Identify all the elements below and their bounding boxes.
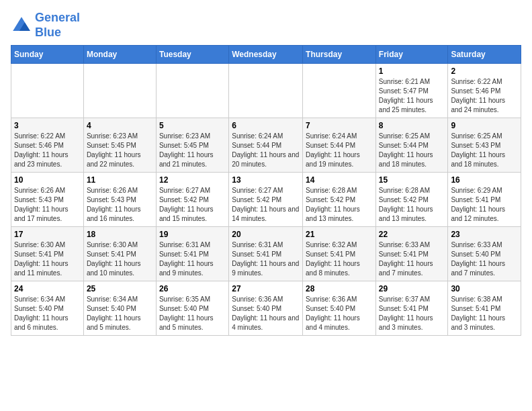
week-row-5: 24Sunrise: 6:34 AM Sunset: 5:40 PM Dayli…	[11, 281, 521, 336]
calendar-cell: 12Sunrise: 6:27 AM Sunset: 5:42 PM Dayli…	[156, 173, 228, 227]
day-info: Sunrise: 6:37 AM Sunset: 5:41 PM Dayligh…	[379, 295, 445, 332]
day-info: Sunrise: 6:33 AM Sunset: 5:40 PM Dayligh…	[451, 240, 518, 278]
calendar-cell: 18Sunrise: 6:30 AM Sunset: 5:41 PM Dayli…	[83, 227, 156, 281]
day-info: Sunrise: 6:23 AM Sunset: 5:45 PM Dayligh…	[87, 132, 153, 169]
day-number: 8	[379, 121, 445, 130]
calendar-cell: 30Sunrise: 6:38 AM Sunset: 5:41 PM Dayli…	[448, 281, 521, 336]
calendar-header-row: SundayMondayTuesdayWednesdayThursdayFrid…	[11, 46, 521, 64]
calendar-cell: 1Sunrise: 6:21 AM Sunset: 5:47 PM Daylig…	[375, 64, 448, 118]
day-number: 30	[451, 284, 518, 293]
calendar-cell: 29Sunrise: 6:37 AM Sunset: 5:41 PM Dayli…	[375, 281, 448, 336]
calendar-cell: 21Sunrise: 6:32 AM Sunset: 5:41 PM Dayli…	[303, 227, 376, 281]
calendar-cell: 23Sunrise: 6:33 AM Sunset: 5:40 PM Dayli…	[448, 227, 521, 281]
calendar-cell: 20Sunrise: 6:31 AM Sunset: 5:41 PM Dayli…	[229, 227, 303, 281]
calendar-cell: 24Sunrise: 6:34 AM Sunset: 5:40 PM Dayli…	[11, 281, 84, 336]
day-info: Sunrise: 6:26 AM Sunset: 5:43 PM Dayligh…	[87, 186, 153, 224]
day-number: 6	[232, 121, 300, 130]
day-info: Sunrise: 6:27 AM Sunset: 5:42 PM Dayligh…	[232, 186, 300, 224]
day-number: 1	[379, 66, 445, 76]
day-info: Sunrise: 6:25 AM Sunset: 5:44 PM Dayligh…	[379, 132, 445, 169]
day-info: Sunrise: 6:31 AM Sunset: 5:41 PM Dayligh…	[159, 240, 226, 278]
day-number: 25	[87, 284, 153, 293]
day-info: Sunrise: 6:24 AM Sunset: 5:44 PM Dayligh…	[306, 132, 373, 169]
calendar-cell: 10Sunrise: 6:26 AM Sunset: 5:43 PM Dayli…	[11, 173, 84, 227]
calendar-cell: 4Sunrise: 6:23 AM Sunset: 5:45 PM Daylig…	[83, 118, 156, 173]
day-number: 7	[306, 121, 373, 130]
day-number: 23	[451, 230, 518, 239]
day-info: Sunrise: 6:26 AM Sunset: 5:43 PM Dayligh…	[14, 186, 81, 224]
logo: General Blue	[11, 11, 80, 40]
day-number: 20	[232, 230, 300, 239]
calendar-cell	[303, 64, 376, 118]
calendar-cell: 26Sunrise: 6:35 AM Sunset: 5:40 PM Dayli…	[156, 281, 228, 336]
day-number: 12	[159, 175, 226, 185]
day-header-thursday: Thursday	[303, 46, 376, 64]
day-number: 16	[451, 175, 518, 185]
day-number: 29	[379, 284, 445, 293]
day-info: Sunrise: 6:28 AM Sunset: 5:42 PM Dayligh…	[379, 186, 445, 224]
calendar-cell	[156, 64, 228, 118]
calendar-cell: 14Sunrise: 6:28 AM Sunset: 5:42 PM Dayli…	[303, 173, 376, 227]
day-header-friday: Friday	[375, 46, 448, 64]
day-number: 9	[451, 121, 518, 130]
day-number: 22	[379, 230, 445, 239]
day-header-saturday: Saturday	[448, 46, 521, 64]
logo-icon	[11, 15, 32, 36]
day-number: 3	[14, 121, 81, 130]
calendar-cell: 5Sunrise: 6:23 AM Sunset: 5:45 PM Daylig…	[156, 118, 228, 173]
calendar-cell: 13Sunrise: 6:27 AM Sunset: 5:42 PM Dayli…	[229, 173, 303, 227]
week-row-3: 10Sunrise: 6:26 AM Sunset: 5:43 PM Dayli…	[11, 173, 521, 227]
day-number: 11	[87, 175, 153, 185]
day-info: Sunrise: 6:30 AM Sunset: 5:41 PM Dayligh…	[87, 240, 153, 278]
day-number: 2	[451, 66, 518, 76]
day-info: Sunrise: 6:23 AM Sunset: 5:45 PM Dayligh…	[159, 132, 226, 169]
day-header-sunday: Sunday	[11, 46, 84, 64]
day-info: Sunrise: 6:24 AM Sunset: 5:44 PM Dayligh…	[232, 132, 300, 169]
day-header-tuesday: Tuesday	[156, 46, 228, 64]
day-info: Sunrise: 6:22 AM Sunset: 5:46 PM Dayligh…	[451, 77, 518, 115]
calendar-cell: 9Sunrise: 6:25 AM Sunset: 5:43 PM Daylig…	[448, 118, 521, 173]
day-info: Sunrise: 6:33 AM Sunset: 5:41 PM Dayligh…	[379, 240, 445, 278]
calendar-cell: 16Sunrise: 6:29 AM Sunset: 5:41 PM Dayli…	[448, 173, 521, 227]
day-header-monday: Monday	[83, 46, 156, 64]
calendar-cell: 15Sunrise: 6:28 AM Sunset: 5:42 PM Dayli…	[375, 173, 448, 227]
day-number: 10	[14, 175, 81, 185]
calendar-cell: 6Sunrise: 6:24 AM Sunset: 5:44 PM Daylig…	[229, 118, 303, 173]
day-number: 24	[14, 284, 81, 293]
calendar-cell: 2Sunrise: 6:22 AM Sunset: 5:46 PM Daylig…	[448, 64, 521, 118]
day-info: Sunrise: 6:31 AM Sunset: 5:41 PM Dayligh…	[232, 240, 300, 278]
day-info: Sunrise: 6:35 AM Sunset: 5:40 PM Dayligh…	[159, 295, 226, 332]
day-number: 18	[87, 230, 153, 239]
day-info: Sunrise: 6:25 AM Sunset: 5:43 PM Dayligh…	[451, 132, 518, 169]
calendar-body: 1Sunrise: 6:21 AM Sunset: 5:47 PM Daylig…	[11, 64, 521, 336]
calendar-cell: 17Sunrise: 6:30 AM Sunset: 5:41 PM Dayli…	[11, 227, 84, 281]
page-header: General Blue	[11, 11, 521, 40]
calendar-cell: 11Sunrise: 6:26 AM Sunset: 5:43 PM Dayli…	[83, 173, 156, 227]
day-info: Sunrise: 6:30 AM Sunset: 5:41 PM Dayligh…	[14, 240, 81, 278]
day-number: 19	[159, 230, 226, 239]
day-info: Sunrise: 6:29 AM Sunset: 5:41 PM Dayligh…	[451, 186, 518, 224]
logo-text: General Blue	[35, 11, 80, 40]
day-number: 17	[14, 230, 81, 239]
day-number: 14	[306, 175, 373, 185]
day-number: 21	[306, 230, 373, 239]
day-number: 26	[159, 284, 226, 293]
calendar-cell	[11, 64, 84, 118]
day-info: Sunrise: 6:22 AM Sunset: 5:46 PM Dayligh…	[14, 132, 81, 169]
calendar-cell	[229, 64, 303, 118]
calendar-table: SundayMondayTuesdayWednesdayThursdayFrid…	[11, 45, 521, 336]
day-number: 28	[306, 284, 373, 293]
calendar-cell: 22Sunrise: 6:33 AM Sunset: 5:41 PM Dayli…	[375, 227, 448, 281]
day-header-wednesday: Wednesday	[229, 46, 303, 64]
week-row-4: 17Sunrise: 6:30 AM Sunset: 5:41 PM Dayli…	[11, 227, 521, 281]
day-info: Sunrise: 6:27 AM Sunset: 5:42 PM Dayligh…	[159, 186, 226, 224]
calendar-cell: 7Sunrise: 6:24 AM Sunset: 5:44 PM Daylig…	[303, 118, 376, 173]
day-info: Sunrise: 6:32 AM Sunset: 5:41 PM Dayligh…	[306, 240, 373, 278]
calendar-cell: 28Sunrise: 6:36 AM Sunset: 5:40 PM Dayli…	[303, 281, 376, 336]
calendar-cell: 27Sunrise: 6:36 AM Sunset: 5:40 PM Dayli…	[229, 281, 303, 336]
calendar-cell: 3Sunrise: 6:22 AM Sunset: 5:46 PM Daylig…	[11, 118, 84, 173]
day-number: 5	[159, 121, 226, 130]
calendar-cell	[83, 64, 156, 118]
day-number: 27	[232, 284, 300, 293]
day-info: Sunrise: 6:34 AM Sunset: 5:40 PM Dayligh…	[87, 295, 153, 332]
